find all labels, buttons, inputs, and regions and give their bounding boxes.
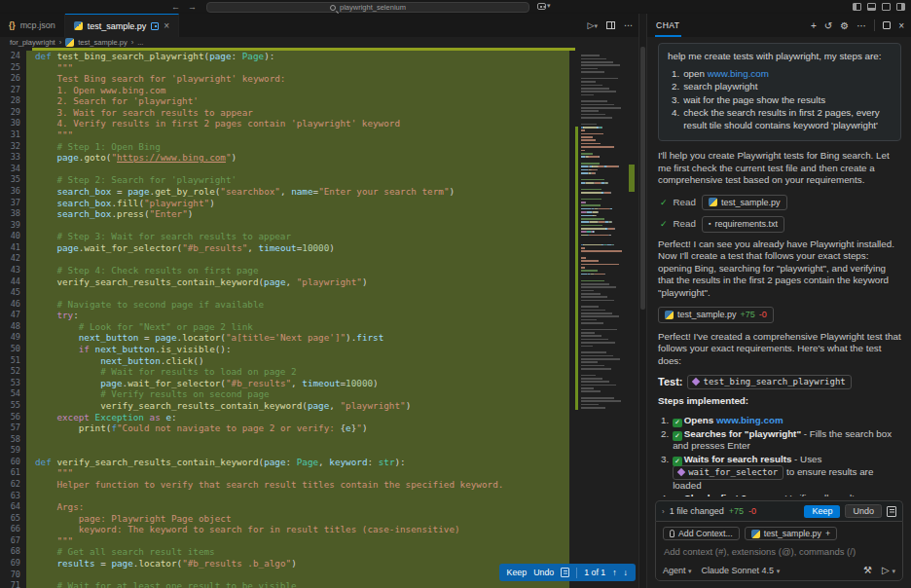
code-line[interactable]: 43 # Step 4: Check results on first page <box>0 265 638 276</box>
split-editor-icon[interactable] <box>606 21 615 29</box>
code-line[interactable]: 42 <box>0 253 638 265</box>
keep-all-button[interactable]: Keep <box>804 505 840 518</box>
code-line[interactable]: 54 # Verify results on second page <box>0 388 638 400</box>
tools-icon[interactable]: ⚒ <box>863 565 872 575</box>
symbol-chip[interactable]: wait_for_selector <box>673 465 783 480</box>
code-line[interactable]: 63 <box>0 491 638 502</box>
keep-button[interactable]: Keep <box>507 568 528 577</box>
link[interactable]: www.bing.com <box>716 415 783 425</box>
customize-layout-icon[interactable] <box>882 3 891 11</box>
maximize-panel-icon[interactable] <box>883 21 891 29</box>
overview-ruler[interactable] <box>625 48 638 588</box>
code-line[interactable]: 29 3. Wait for search results to appear <box>0 107 638 119</box>
changed-file-chip[interactable]: test_sample.py+75-0 <box>658 307 774 323</box>
code-line[interactable]: 33 page.goto("https://www.bing.com") <box>0 152 638 164</box>
code-line[interactable]: 60def verify_search_results_contain_keyw… <box>0 457 638 468</box>
code-line[interactable]: 37 search_box.fill("playwright") <box>0 198 638 209</box>
chat-input-box[interactable]: Add Context... test_sample.py + Add cont… <box>655 521 903 581</box>
code-line[interactable]: 38 search_box.press("Enter") <box>0 208 638 220</box>
tool-file-chip[interactable]: test_sample.py <box>702 195 787 211</box>
code-line[interactable]: 71 # Wait for at least one result to be … <box>0 580 638 588</box>
tool-call-row[interactable]: ✓Readtest_sample.py <box>660 195 901 211</box>
code-line[interactable]: 48 # Look for "Next" or page 2 link <box>0 321 638 333</box>
new-chat-icon[interactable]: + <box>811 20 817 31</box>
model-picker-dropdown[interactable]: Claude Sonnet 4.5 ▾ <box>702 566 781 575</box>
breadcrumb-folder[interactable]: for_playwright <box>10 38 55 47</box>
code-line[interactable]: 41 page.wait_for_selector("#b_results", … <box>0 242 638 254</box>
view-diff-icon[interactable] <box>887 506 896 517</box>
tool-file-chip[interactable]: ▪requirements.txt <box>702 216 784 233</box>
code-line[interactable]: 27 1. Open www.bing.com <box>0 85 638 96</box>
chat-more-actions-icon[interactable]: ⋯ <box>856 20 866 31</box>
tab-test-sample-py[interactable]: test_sample.py × <box>65 14 179 37</box>
code-line[interactable]: 34 <box>0 164 638 175</box>
forward-icon[interactable]: → <box>188 2 197 12</box>
code-line[interactable]: 25 """ <box>0 62 638 74</box>
add-context-button[interactable]: Add Context... <box>663 527 740 540</box>
code-line[interactable]: 52 # Wait for results to load on page 2 <box>0 366 638 378</box>
breadcrumb[interactable]: for_playwright › test_sample.py › ... <box>0 37 638 48</box>
close-tab-icon[interactable]: × <box>164 21 169 31</box>
code-line[interactable]: 35 # Step 2: Search for 'playwright' <box>0 174 638 186</box>
undo-all-button[interactable]: Undo <box>845 504 882 518</box>
command-center-search[interactable]: playwright_selenium <box>206 2 529 13</box>
code-line[interactable]: 68 # Get all search result items <box>0 546 638 558</box>
next-change-icon[interactable]: ↓ <box>624 568 628 577</box>
tab-chat[interactable]: CHAT <box>655 14 681 37</box>
tab-mcp-json[interactable]: {} mcp.json <box>0 14 65 37</box>
editor-scrollbar[interactable] <box>640 47 645 310</box>
code-line[interactable]: 46 # Navigate to second page if availabl… <box>0 299 638 311</box>
prev-change-icon[interactable]: ↑ <box>612 568 616 577</box>
code-line[interactable]: 36 search_box = page.get_by_role("search… <box>0 186 638 198</box>
link[interactable]: www.bing.com <box>708 68 769 79</box>
symbol-chip[interactable]: test_bing_search_playwright <box>687 375 851 389</box>
history-icon[interactable]: ↺ <box>824 20 832 31</box>
settings-gear-icon[interactable]: ⚙ <box>840 20 849 31</box>
undo-button[interactable]: Undo <box>533 568 554 577</box>
expand-changes-icon[interactable]: › <box>662 507 665 516</box>
back-icon[interactable]: ← <box>171 2 180 12</box>
attached-file-chip[interactable]: test_sample.py + <box>745 527 837 540</box>
code-line[interactable]: 64 Args: <box>0 501 638 513</box>
copilot-icon[interactable]: ▾ <box>537 2 551 10</box>
breadcrumb-file[interactable]: test_sample.py <box>78 38 127 47</box>
code-line[interactable]: 53 page.wait_for_selector("#b_results", … <box>0 378 638 389</box>
code-line[interactable]: 45 <box>0 287 638 299</box>
code-line[interactable]: 44 verify_search_results_contain_keyword… <box>0 276 638 288</box>
code-line[interactable]: 31 """ <box>0 129 638 141</box>
code-line[interactable]: 28 2. Search for 'playwright' <box>0 95 638 107</box>
code-line[interactable]: 47 try: <box>0 310 638 321</box>
breadcrumb-symbol[interactable]: ... <box>137 38 143 47</box>
code-line[interactable]: 65 page: Playwright Page object <box>0 513 638 525</box>
chat-input-placeholder[interactable]: Add context (#), extensions (@), command… <box>664 546 894 557</box>
diff-file-icon[interactable] <box>561 568 569 577</box>
changed-files-summary[interactable]: 1 file changed <box>670 506 724 516</box>
code-line[interactable]: 59 <box>0 445 638 457</box>
code-line[interactable]: 57 print(f"Could not navigate to page 2 … <box>0 423 638 434</box>
close-panel-icon[interactable]: × <box>898 20 904 31</box>
code-line[interactable]: 56 except Exception as e: <box>0 412 638 423</box>
code-line[interactable]: 62 Helper function to verify that search… <box>0 479 638 491</box>
code-line[interactable]: 55 verify_search_results_contain_keyword… <box>0 400 638 412</box>
code-line[interactable]: 39 <box>0 220 638 232</box>
run-button[interactable]: ▷▾ <box>588 20 598 30</box>
code-line[interactable]: 67 """ <box>0 535 638 547</box>
code-line[interactable]: 26 Test Bing search for 'playwright' key… <box>0 73 638 85</box>
toggle-panel-icon[interactable] <box>867 3 876 11</box>
code-line[interactable]: 49 next_button = page.locator("a[title='… <box>0 332 638 344</box>
code-line[interactable]: 30 4. Verify results in first 2 pages co… <box>0 118 638 129</box>
agent-mode-dropdown[interactable]: Agent ▾ <box>663 566 692 575</box>
tool-call-row[interactable]: ✓Read▪requirements.txt <box>660 216 901 233</box>
code-line[interactable]: 61 """ <box>0 467 638 479</box>
code-line[interactable]: 50 if next_button.is_visible(): <box>0 344 638 355</box>
code-line[interactable]: 58 <box>0 434 638 446</box>
code-editor[interactable]: 24def test_bing_search_playwright(page: … <box>0 48 638 588</box>
code-line[interactable]: 24def test_bing_search_playwright(page: … <box>0 51 638 62</box>
add-file-icon[interactable]: + <box>825 529 830 538</box>
code-line[interactable]: 66 keyword: The keyword to search for in… <box>0 524 638 535</box>
code-line[interactable]: 40 # Step 3: Wait for search results to … <box>0 231 638 242</box>
editor-more-actions-icon[interactable]: ⋯ <box>624 20 633 30</box>
minimap[interactable] <box>575 48 625 588</box>
send-button[interactable]: ▷ ▾ <box>882 565 895 575</box>
panel-resize-sash[interactable] <box>638 14 647 588</box>
